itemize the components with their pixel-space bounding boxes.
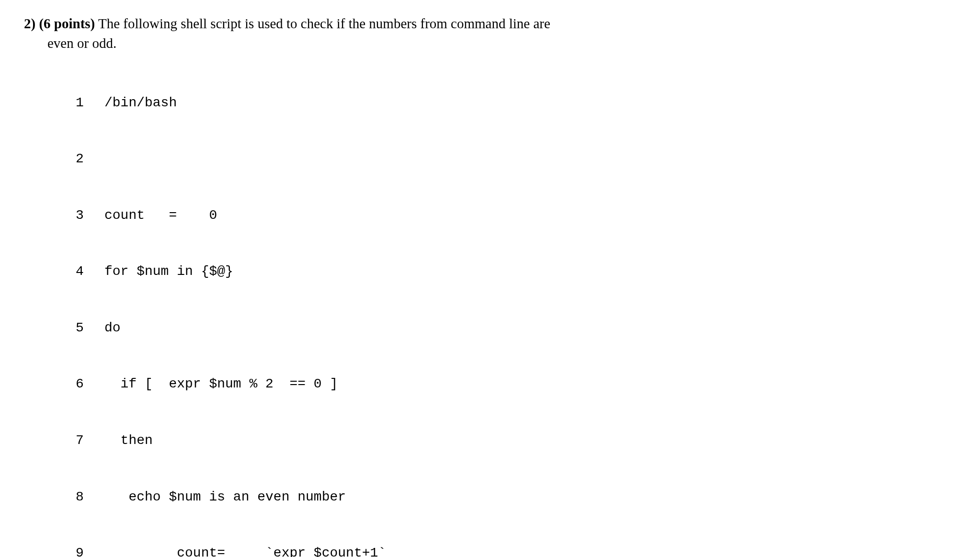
line-number: 3 bbox=[76, 206, 104, 225]
code-block: 1/bin/bash 2 3count = 0 4for $num in {$@… bbox=[24, 56, 956, 557]
line-number: 7 bbox=[76, 431, 104, 450]
code-line: 9 count= `expr $count+1` bbox=[76, 544, 956, 557]
code-line: 7 then bbox=[76, 431, 956, 450]
question-prompt-line1: 2) (6 points) The following shell script… bbox=[24, 14, 956, 33]
line-number: 5 bbox=[76, 318, 104, 337]
line-number: 1 bbox=[76, 93, 104, 112]
line-number: 8 bbox=[76, 488, 104, 506]
question-container: 2) (6 points) The following shell script… bbox=[24, 14, 956, 557]
line-number: 4 bbox=[76, 262, 104, 281]
line-number: 2 bbox=[76, 149, 104, 168]
question-prompt-text-2: even or odd. bbox=[47, 35, 116, 51]
code-line: 3count = 0 bbox=[76, 206, 956, 225]
code-text: count= `expr $count+1` bbox=[104, 546, 386, 557]
code-text: then bbox=[104, 433, 153, 448]
code-text: if [ expr $num % 2 == 0 ] bbox=[104, 376, 338, 391]
line-number: 6 bbox=[76, 375, 104, 393]
code-line: 6 if [ expr $num % 2 == 0 ] bbox=[76, 375, 956, 393]
question-prompt-text-1: The following shell script is used to ch… bbox=[98, 16, 550, 31]
code-text: do bbox=[104, 320, 121, 335]
code-line: 2 bbox=[76, 149, 956, 168]
code-text: for $num in {$@} bbox=[104, 264, 233, 279]
question-points: (6 points) bbox=[39, 16, 95, 31]
question-prompt-line2: even or odd. bbox=[24, 34, 956, 53]
question-number: 2) bbox=[24, 16, 35, 31]
code-text: /bin/bash bbox=[104, 95, 177, 110]
code-line: 8 echo $num is an even number bbox=[76, 488, 956, 506]
code-line: 4for $num in {$@} bbox=[76, 262, 956, 281]
code-text: count = 0 bbox=[104, 208, 217, 223]
code-line: 5do bbox=[76, 318, 956, 337]
code-text: echo $num is an even number bbox=[104, 489, 346, 504]
code-line: 1/bin/bash bbox=[76, 93, 956, 112]
line-number: 9 bbox=[76, 544, 104, 557]
